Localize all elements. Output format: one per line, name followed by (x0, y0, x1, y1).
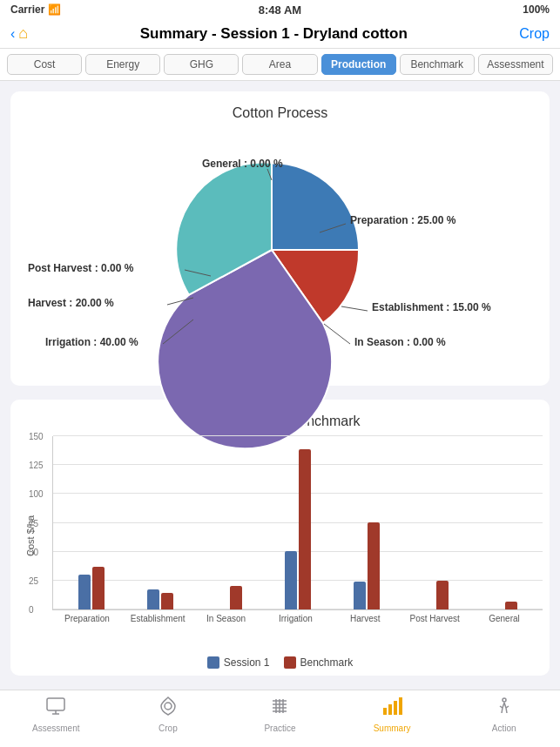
bottom-nav-crop[interactable]: Crop (142, 696, 194, 733)
chart-legend: Session 1 Benchmark (17, 656, 543, 669)
tab-cost[interactable]: Cost (7, 54, 82, 75)
benchmark-bar (299, 449, 311, 609)
bar-group (354, 522, 380, 609)
bar-chart-section: Compare with Benchmark Cost $/ha 0 25 50… (10, 400, 550, 676)
svg-rect-25 (383, 708, 387, 715)
legend-benchmark-label: Benchmark (300, 656, 354, 669)
tab-energy[interactable]: Energy (85, 54, 160, 75)
svg-rect-28 (399, 697, 402, 715)
bottom-nav-label: Crop (159, 723, 178, 733)
legend-session1-label: Session 1 (224, 656, 270, 669)
bar-group (422, 581, 449, 609)
nav-title: Summary - Session 1 - Dryland cotton (28, 25, 519, 43)
session-bar (78, 575, 91, 609)
bottom-nav-assessment[interactable]: Assessment (30, 696, 82, 733)
pie-svg: Preparation : 25.00 % Establishment : 15… (10, 137, 550, 363)
svg-text:Irrigation : 40.00 %: Irrigation : 40.00 % (45, 336, 138, 348)
bar-chart-grid: 0 25 50 75 100 125 150 (52, 436, 543, 610)
bottom-nav-label: Assessment (32, 723, 79, 733)
benchmark-bar (92, 567, 105, 609)
benchmark-bar (505, 602, 517, 609)
crop-action-button[interactable]: Crop (519, 26, 550, 42)
tab-ghg[interactable]: GHG (164, 54, 239, 75)
bottom-nav: AssessmentCropPracticeSummaryAction (0, 690, 560, 747)
carrier-text: Carrier (10, 3, 44, 16)
benchmark-bar (230, 586, 242, 609)
wifi-icon: 📶 (48, 3, 61, 16)
svg-text:Harvest : 20.00 %: Harvest : 20.00 % (28, 297, 114, 309)
pie-container: Preparation : 25.00 % Establishment : 15… (17, 128, 543, 372)
assessment-icon (45, 696, 66, 722)
battery-text: 100% (523, 3, 550, 16)
bar-group (491, 602, 517, 609)
svg-text:In Season : 0.00 %: In Season : 0.00 % (354, 336, 446, 348)
x-axis-labels: PreparationEstablishmentIn SeasonIrrigat… (52, 614, 543, 623)
bar-group (78, 567, 105, 609)
x-axis-label: Post Harvest (408, 614, 461, 623)
tab-strip: CostEnergyGHGAreaProductionBenchmarkAsse… (0, 49, 560, 81)
x-axis-label: General (478, 614, 530, 623)
bar-group (147, 589, 173, 609)
crop-icon (158, 696, 179, 722)
bar-group (285, 449, 311, 609)
bottom-nav-action[interactable]: Action (478, 696, 530, 733)
bar-group (216, 586, 242, 609)
pie-chart-section: Cotton Process (10, 91, 550, 386)
svg-text:Post Harvest : 0.00 %: Post Harvest : 0.00 % (28, 262, 134, 274)
svg-rect-14 (47, 698, 64, 710)
x-axis-label: Harvest (339, 614, 391, 623)
bottom-nav-label: Action (492, 723, 516, 733)
tab-area[interactable]: Area (242, 54, 317, 75)
legend-session1: Session 1 (207, 656, 270, 669)
action-icon (494, 696, 515, 722)
tab-assessment[interactable]: Assessment (478, 54, 553, 75)
home-icon[interactable]: ⌂ (18, 24, 28, 43)
svg-rect-26 (388, 704, 392, 715)
svg-text:Establishment : 15.00 %: Establishment : 15.00 % (372, 301, 491, 313)
status-left: Carrier 📶 (10, 3, 61, 16)
status-time: 8:48 AM (259, 3, 301, 17)
session-bar (354, 582, 366, 609)
svg-text:Preparation : 25.00 %: Preparation : 25.00 % (350, 214, 456, 226)
session-bar (285, 551, 297, 609)
x-axis-label: Establishment (131, 614, 183, 623)
x-axis-label: Irrigation (269, 614, 321, 623)
session-bar (147, 589, 159, 609)
x-axis-label: Preparation (61, 614, 113, 623)
status-bar: Carrier 📶 8:48 AM 100% (0, 0, 560, 19)
bottom-nav-label: Practice (264, 723, 295, 733)
main-content: Cotton Process (0, 81, 560, 700)
nav-back[interactable]: ‹ ⌂ (10, 24, 28, 43)
bottom-nav-label: Summary (374, 723, 411, 733)
svg-point-29 (503, 698, 506, 702)
benchmark-bar (436, 581, 449, 609)
bar-groups (53, 436, 543, 609)
svg-line-3 (341, 306, 368, 311)
tab-production[interactable]: Production (321, 54, 396, 75)
legend-session1-box (207, 656, 219, 669)
svg-rect-27 (394, 701, 397, 715)
summary-icon (381, 696, 402, 722)
svg-point-17 (165, 703, 172, 710)
bottom-nav-practice[interactable]: Practice (253, 696, 306, 733)
nav-bar: ‹ ⌂ Summary - Session 1 - Dryland cotton… (0, 19, 560, 49)
legend-benchmark: Benchmark (284, 656, 354, 669)
bottom-nav-summary[interactable]: Summary (366, 696, 418, 733)
back-chevron-icon: ‹ (10, 26, 15, 42)
practice-icon (269, 696, 290, 722)
benchmark-bar (161, 593, 173, 609)
tab-benchmark[interactable]: Benchmark (400, 54, 475, 75)
legend-benchmark-box (284, 656, 296, 669)
svg-text:General : 0.00 %: General : 0.00 % (202, 158, 283, 170)
pie-chart-title: Cotton Process (17, 105, 543, 121)
benchmark-bar (368, 522, 380, 609)
x-axis-label: In Season (200, 614, 253, 623)
